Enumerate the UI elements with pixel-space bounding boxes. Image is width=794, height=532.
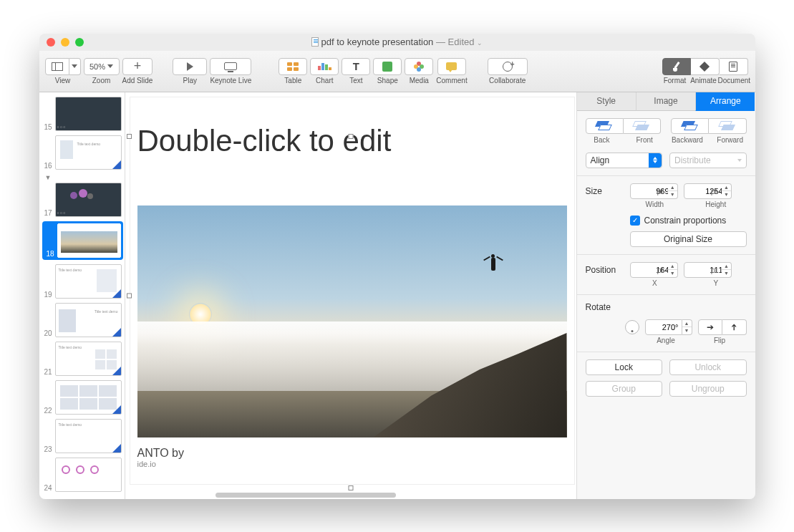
distribute-select: Distribute: [669, 153, 747, 168]
align-select[interactable]: Align: [586, 153, 663, 168]
selected-image[interactable]: [137, 205, 567, 437]
canvas-scrollbar[interactable]: [216, 493, 396, 498]
y-input[interactable]: [684, 262, 727, 278]
shape-button[interactable]: [373, 58, 402, 75]
view-menu-chevron-icon[interactable]: [69, 58, 81, 75]
bring-forward-button[interactable]: [709, 118, 746, 134]
position-label: Position: [586, 265, 624, 275]
group-button: Group: [586, 381, 663, 397]
slide-number: 19: [42, 291, 52, 299]
slide-navigator[interactable]: 15○ ○ ○ 16Title text demo ▼ 17○ ○ ○ 18 1…: [39, 92, 125, 499]
document-icon: [311, 37, 319, 47]
minimize-window-icon[interactable]: [61, 38, 69, 47]
slide-thumb[interactable]: ○ ○ ○: [55, 97, 122, 131]
slide-thumb[interactable]: Title text demo: [55, 135, 122, 170]
lock-button[interactable]: Lock: [586, 359, 663, 375]
slide-number: 18: [44, 250, 54, 258]
disclosure-triangle-icon[interactable]: ▼: [42, 174, 125, 181]
collaborate-label: Collaborate: [489, 77, 526, 84]
slide-canvas[interactable]: Double-click to edit ANTO by ide.io: [125, 92, 576, 499]
close-window-icon[interactable]: [47, 38, 55, 47]
chart-button[interactable]: [310, 58, 339, 75]
slide-thumb[interactable]: Title text demo: [55, 264, 122, 299]
view-button[interactable]: [45, 58, 69, 75]
selection-handle[interactable]: [348, 134, 353, 139]
x-label: X: [624, 279, 686, 287]
x-input[interactable]: [630, 262, 673, 278]
rotate-dial[interactable]: [625, 320, 639, 334]
slide-thumb[interactable]: ○ ○ ○: [55, 183, 122, 217]
title-menu-chevron-icon[interactable]: ⌄: [477, 39, 483, 47]
text-button[interactable]: T: [342, 58, 370, 75]
title-placeholder[interactable]: Double-click to edit: [130, 124, 574, 158]
zoom-chevron-icon: [107, 64, 113, 68]
format-button[interactable]: [662, 58, 691, 75]
flip-horizontal-button[interactable]: ➔: [698, 319, 723, 335]
person-silhouette-icon: [488, 254, 498, 276]
slide-thumb[interactable]: [55, 380, 122, 415]
animate-diamond-icon: [699, 61, 710, 71]
constrain-checkbox[interactable]: ✓: [630, 216, 640, 226]
tab-style[interactable]: Style: [577, 92, 636, 111]
zoom-value: 50%: [89, 62, 105, 71]
format-brush-icon: [672, 62, 682, 72]
angle-stepper[interactable]: ▲▼: [682, 319, 692, 335]
send-backward-button[interactable]: [671, 118, 709, 134]
selection-handle[interactable]: [348, 485, 353, 490]
slide-thumb[interactable]: Title text demo: [55, 342, 122, 376]
play-button[interactable]: [173, 58, 207, 75]
y-stepper[interactable]: ▲▼: [722, 262, 732, 278]
rotate-label: Rotate: [586, 302, 747, 312]
slide-number: 17: [42, 209, 52, 217]
slide-thumb[interactable]: Title text demo: [55, 419, 122, 453]
slide-caption[interactable]: ANTO by ide.io: [137, 447, 185, 468]
send-to-back-button[interactable]: [586, 118, 624, 134]
zoom-window-icon[interactable]: [75, 38, 84, 47]
slide-thumb[interactable]: Title text demo: [55, 303, 122, 337]
width-input[interactable]: [630, 183, 673, 199]
comment-label: Comment: [436, 77, 467, 84]
media-button[interactable]: [405, 58, 433, 75]
original-size-button[interactable]: Original Size: [630, 231, 747, 247]
tab-image[interactable]: Image: [636, 92, 695, 111]
unlock-button: Unlock: [669, 359, 747, 375]
document-title: pdf to keynote presentation — Edited ⌄: [39, 37, 755, 47]
width-stepper[interactable]: ▲▼: [668, 183, 678, 199]
document-page-icon: [729, 62, 737, 72]
y-label: Y: [685, 279, 747, 287]
comment-button[interactable]: [437, 58, 466, 75]
keynote-live-button[interactable]: [210, 58, 251, 75]
text-icon: T: [353, 60, 359, 72]
forward-label: Forward: [714, 136, 747, 144]
tab-arrange[interactable]: Arrange: [695, 92, 755, 111]
slide-thumb-selected[interactable]: [57, 223, 121, 258]
angle-input[interactable]: [645, 319, 682, 335]
collaborate-button[interactable]: [488, 58, 528, 75]
x-stepper[interactable]: ▲▼: [668, 262, 678, 278]
zoom-label: Zoom: [92, 77, 111, 84]
shape-icon: [382, 62, 392, 72]
animate-label: Animate: [689, 77, 718, 84]
add-slide-label: Add Slide: [122, 77, 153, 84]
height-stepper[interactable]: ▲▼: [722, 183, 732, 199]
document-status: — Edited: [436, 37, 474, 47]
height-label: Height: [685, 200, 747, 208]
slide-thumb[interactable]: [55, 458, 122, 492]
zoom-button[interactable]: 50%: [84, 58, 120, 75]
front-label: Front: [628, 136, 661, 144]
add-slide-button[interactable]: +: [122, 58, 152, 75]
flip-vertical-button[interactable]: ➔: [722, 319, 747, 335]
table-button[interactable]: [279, 58, 307, 75]
document-button[interactable]: [720, 58, 748, 75]
height-input[interactable]: [684, 183, 727, 199]
shape-label: Shape: [377, 77, 398, 84]
bring-to-front-button[interactable]: [624, 118, 661, 134]
document-title-text: pdf to keynote presentation: [321, 37, 434, 47]
comment-icon: [446, 62, 457, 70]
selection-handle[interactable]: [127, 134, 132, 139]
constrain-label: Constrain proportions: [644, 216, 727, 226]
select-arrows-icon: [649, 153, 662, 168]
play-label: Play: [183, 77, 197, 84]
animate-button[interactable]: [691, 58, 720, 75]
selection-handle[interactable]: [127, 293, 132, 298]
